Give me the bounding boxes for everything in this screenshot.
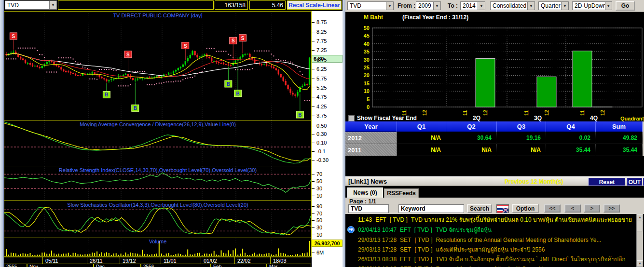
bar-counter: 163/158 <box>215 0 248 10</box>
prev-page-button[interactable]: < <box>564 204 581 213</box>
tab-news[interactable]: News (0) <box>347 187 383 198</box>
chart-toolbar: TVD ▼ 163/158 5.46 Recal Scale-Linear <box>4 0 343 11</box>
show-fiscal-checkbox[interactable] <box>348 115 355 121</box>
search-button[interactable]: Search <box>467 204 492 213</box>
col-sum: Sum <box>596 121 643 132</box>
rsi-chart-canvas <box>4 166 312 203</box>
news-text: แจ้งมติที่ประชุมสามัญผู้ถือหุ้น ประจำปี … <box>436 246 545 253</box>
news-item[interactable]: 11:43EFT[ TVD ]TVD บวกแรง 21% รับพรุ่งนี… <box>346 215 636 225</box>
out-button[interactable]: OUT <box>627 178 642 186</box>
group-label-2q: 2Q <box>470 115 483 121</box>
quadrant-label: Quadrant <box>620 116 644 121</box>
go-button[interactable]: Go <box>616 1 635 11</box>
from-year-combo[interactable]: 2009 ▼ <box>416 1 441 10</box>
fin-symbol-combo[interactable]: TVD ▼ <box>347 1 394 10</box>
chevron-down-icon[interactable]: ▼ <box>478 2 485 10</box>
table-row: 2011 N/A N/A N/A 35.44 35.44 <box>345 144 643 156</box>
scroll-down-icon[interactable]: ▼ <box>637 260 643 267</box>
period-value: Quarter <box>539 2 561 9</box>
date-tick: 01/02 <box>204 258 217 264</box>
period-label: Dec <box>94 264 141 267</box>
value-cell: 0.02 <box>546 132 596 144</box>
date-tick: 22/02 <box>237 258 251 264</box>
pr-badge-icon: PR <box>347 226 355 233</box>
from-label: From : <box>397 2 415 9</box>
quarterly-table: Year Q1 Q2 Q3 Q4 Sum 2012 N/A 30.64 19.1… <box>345 121 643 156</box>
chevron-down-icon[interactable]: ▼ <box>49 1 56 9</box>
stoch-chart-canvas <box>4 201 312 240</box>
year-cell: 2011 <box>345 144 397 156</box>
first-page-button[interactable]: << <box>544 204 561 213</box>
col-q2: Q2 <box>446 121 497 132</box>
next-page-button[interactable]: > <box>584 204 600 213</box>
chevron-down-icon[interactable]: ▼ <box>561 2 568 10</box>
date-tick: 26/11 <box>90 258 103 264</box>
symbol-entry-box[interactable] <box>58 0 214 10</box>
news-item[interactable]: 29/03/13 17:28SET[ TVD ]Resolutions of t… <box>346 235 636 245</box>
fiscal-year-label: (Fiscal Year End : 31/12) <box>402 14 468 21</box>
group-label-4q: 4Q <box>588 115 600 121</box>
last-page-button[interactable]: >> <box>603 204 620 213</box>
svg-text:40: 40 <box>364 41 370 47</box>
chevron-down-icon[interactable]: ▼ <box>527 2 534 10</box>
date-tick: 19/12 <box>123 258 136 264</box>
to-year-combo[interactable]: 2014 ▼ <box>460 1 485 10</box>
th-en-flag-icon[interactable] <box>496 204 509 213</box>
col-q4: Q4 <box>546 121 596 132</box>
news-symbol-input[interactable] <box>348 204 389 213</box>
news-item[interactable]: PR 02/04/13 10:47EFT[ TVD ]TVD จัดประชุม… <box>346 225 636 235</box>
svg-text:12: 12 <box>600 110 605 116</box>
value-cell: N/A <box>397 132 446 144</box>
scrollbar-thumb[interactable] <box>637 221 643 231</box>
scroll-up-icon[interactable]: ▲ <box>637 214 643 220</box>
chevron-down-icon[interactable]: ▼ <box>386 2 393 10</box>
period-combo[interactable]: Quarter ▼ <box>538 1 569 10</box>
news-text: TVD จับมือ บ.ในอังกฤษ ตั้งบริษัทร่วมทุน … <box>436 256 626 263</box>
date-tick: 05/11 <box>45 258 58 264</box>
news-item[interactable]: 25/03/13 18:10SET[ TVD ]Renewal for the … <box>346 264 636 267</box>
col-year: Year <box>345 121 397 132</box>
table-row: 2012 N/A 30.64 19.16 0.02 49.82 <box>345 132 643 144</box>
news-item[interactable]: 29/03/13 17:28SET[ TVD ]แจ้งมติที่ประชุม… <box>346 245 636 254</box>
svg-text:S: S <box>12 34 15 39</box>
chevron-down-icon[interactable]: ▼ <box>605 2 612 10</box>
svg-text:S: S <box>126 52 130 57</box>
option-button[interactable]: Option <box>512 204 539 213</box>
svg-text:B: B <box>134 106 137 111</box>
news-time: 29/03/13 17:28 <box>358 237 397 243</box>
value-cell: 49.82 <box>596 132 643 144</box>
period-label: Nov <box>27 264 94 267</box>
group-label-3q: 3Q <box>532 115 544 121</box>
col-q1: Q1 <box>397 121 446 132</box>
news-source: EFT <box>375 216 386 223</box>
spacer <box>345 156 644 176</box>
chart-app: TVD ▼ 163/158 5.46 Recal Scale-Linear TV… <box>4 0 343 267</box>
news-item[interactable]: 26/03/13 08:38EFT[ TVD ]TVD จับมือ บ.ในอ… <box>346 254 636 264</box>
reset-button[interactable]: Reset <box>589 178 625 186</box>
news-time: 29/03/13 17:28 <box>358 246 397 253</box>
show-fiscal-label: Show Fiscal Year End <box>357 115 417 121</box>
chevron-down-icon[interactable]: ▼ <box>433 2 440 10</box>
symbol-value: TVD <box>5 2 19 9</box>
view-mode-combo[interactable]: 2D-UpDown ▼ <box>572 1 612 10</box>
news-scrollbar[interactable]: ▲ ▼ <box>636 214 643 267</box>
tab-rssfeeds[interactable]: RSSFeeds <box>384 188 419 198</box>
financials-toolbar: TVD ▼ From : 2009 ▼ To : 2014 ▼ Consolid… <box>345 0 644 12</box>
news-time: 26/03/13 08:38 <box>358 256 397 263</box>
date-tick: 11/01 <box>164 258 177 264</box>
recal-scale-button[interactable]: Recal Scale-Linear <box>287 0 342 10</box>
value-cell: N/A <box>497 144 546 156</box>
value-cell: 35.44 <box>596 144 643 156</box>
consolidated-value: Consolidated <box>491 2 526 9</box>
price-chart-canvas: SSSSSBBBBB <box>4 11 312 122</box>
news-time: 11:43 <box>358 216 372 223</box>
keyword-input[interactable] <box>398 204 464 213</box>
quarterly-bar-chart: 051015202530354045501112111211121112 <box>345 12 644 121</box>
news-tag: [ TVD ] <box>414 256 432 263</box>
view-mode-value: 2D-UpDown <box>573 2 605 9</box>
symbol-combo[interactable]: TVD ▼ <box>5 0 57 10</box>
price-readout: 5.46 <box>249 0 286 10</box>
period-label: Mar <box>267 264 311 267</box>
consolidated-combo[interactable]: Consolidated ▼ <box>490 1 535 10</box>
left-scrollbar-strip[interactable] <box>0 0 4 267</box>
